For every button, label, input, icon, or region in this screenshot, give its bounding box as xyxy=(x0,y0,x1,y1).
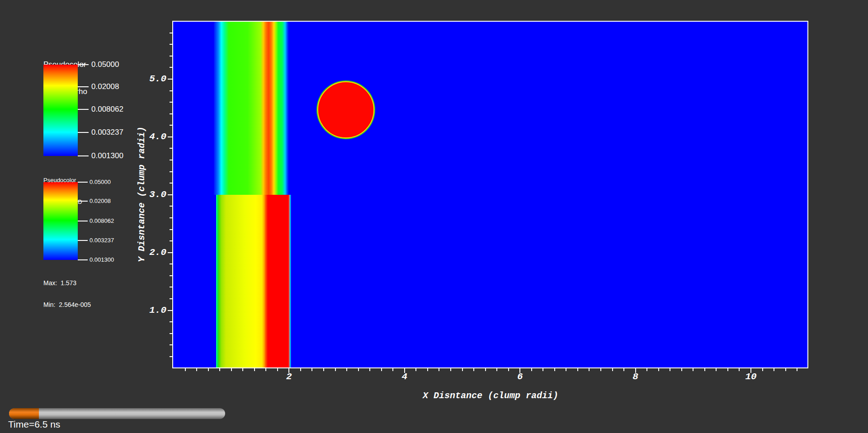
axis-tick xyxy=(170,148,172,149)
axis-tick xyxy=(774,368,774,371)
time-slider-progress xyxy=(9,408,39,419)
axis-tick xyxy=(170,44,172,45)
axis-tick xyxy=(170,356,172,357)
axis-tick xyxy=(208,368,209,371)
axis-tick xyxy=(323,368,324,371)
axis-tick xyxy=(170,102,172,103)
axis-tick xyxy=(168,194,172,195)
axis-tick xyxy=(693,368,693,371)
axis-tick xyxy=(473,368,474,371)
shock-band-upper xyxy=(214,22,289,195)
axis-tick xyxy=(170,264,172,264)
axis-tick xyxy=(704,368,705,371)
colorbar-tick-line xyxy=(78,201,88,202)
axis-tick xyxy=(242,368,243,371)
colorbar-tick-label: 0.02008 xyxy=(91,82,119,91)
axis-tick xyxy=(358,368,359,371)
axis-tick xyxy=(265,368,266,371)
axis-tick xyxy=(612,368,613,371)
axis-tick-value: 1.0 xyxy=(136,305,166,316)
axis-tick xyxy=(170,240,172,241)
axis-tick xyxy=(170,229,172,230)
clump-circle xyxy=(317,81,374,138)
axis-tick xyxy=(462,368,463,371)
axis-tick-value: 6 xyxy=(502,371,538,383)
colorbar-tick-label: 0.001300 xyxy=(90,256,114,263)
axis-tick xyxy=(168,310,172,311)
axis-tick xyxy=(670,368,670,371)
colorbar-tick-line xyxy=(78,155,89,156)
axis-tick xyxy=(681,368,682,371)
axis-tick xyxy=(346,368,347,371)
axis-tick xyxy=(170,333,172,334)
shock-band-lower xyxy=(216,195,291,368)
axis-tick xyxy=(170,298,172,299)
legend2-min-value: Min: 2.564e-005 xyxy=(43,301,91,308)
axis-tick xyxy=(589,368,590,371)
axis-tick xyxy=(170,217,172,218)
colorbar-tick-line xyxy=(78,240,88,241)
axis-tick xyxy=(170,344,172,345)
axis-tick xyxy=(231,368,232,371)
axis-tick xyxy=(170,125,172,126)
axis-tick xyxy=(797,368,797,371)
axis-tick xyxy=(170,321,172,322)
colorbar-tick-label: 0.05000 xyxy=(90,179,111,185)
axis-tick xyxy=(168,79,172,80)
axis-tick xyxy=(254,368,255,371)
colorbar-tick-label: 0.008062 xyxy=(91,105,123,114)
axis-tick-value: 10 xyxy=(733,371,769,383)
axis-tick xyxy=(716,368,717,371)
axis-tick xyxy=(335,368,336,371)
axis-tick-value: 5.0 xyxy=(136,73,166,85)
axis-tick xyxy=(196,368,197,371)
colorbar-hydrot2d xyxy=(43,182,78,260)
axis-tick xyxy=(450,368,451,371)
axis-tick xyxy=(185,368,186,371)
axis-tick xyxy=(170,171,172,172)
colorbar-tick-line xyxy=(78,221,88,221)
axis-tick-value: 8 xyxy=(618,371,654,383)
axis-tick xyxy=(566,368,566,371)
colorbar-tick-line xyxy=(78,182,88,183)
time-label: Time=6.5 ns xyxy=(8,419,60,430)
axis-tick xyxy=(496,368,497,371)
legend2-max-value: Max: 1.573 xyxy=(43,279,91,287)
y-axis-title: Y Disntance (clump radii) xyxy=(137,127,147,262)
axis-tick xyxy=(170,183,172,184)
axis-tick xyxy=(369,368,370,371)
axis-tick xyxy=(170,33,172,33)
axis-tick xyxy=(600,368,601,371)
axis-tick xyxy=(311,368,312,371)
colorbar-tick-line xyxy=(78,109,89,110)
colorbar-tick-label: 0.001300 xyxy=(91,151,123,160)
axis-tick xyxy=(427,368,428,371)
axis-tick xyxy=(168,136,172,137)
axis-tick xyxy=(170,275,172,276)
colorbar-tick-line xyxy=(78,86,89,87)
colorbar-tick-label: 0.02008 xyxy=(90,198,111,204)
colorbar-tick-line xyxy=(78,132,89,133)
axis-tick xyxy=(170,67,172,68)
colorbar-tick-label: 0.003237 xyxy=(91,128,123,137)
axis-tick xyxy=(170,206,172,207)
axis-tick-value: 2 xyxy=(271,371,307,383)
time-slider-track[interactable] xyxy=(9,408,225,419)
visit-viewer-window: { "window": { "background": "#333333", "… xyxy=(0,0,868,433)
axis-tick xyxy=(727,368,728,371)
axis-tick xyxy=(577,368,578,371)
axis-tick xyxy=(170,160,172,160)
axis-tick-value: 4 xyxy=(387,371,423,383)
axis-tick xyxy=(785,368,786,371)
axis-tick xyxy=(658,368,659,371)
axis-tick xyxy=(170,113,172,114)
colorbar-tick-label: 0.05000 xyxy=(91,60,119,69)
axis-tick xyxy=(381,368,382,371)
plot-canvas[interactable] xyxy=(172,21,808,368)
axis-tick xyxy=(542,368,543,371)
colorbar-tick-line xyxy=(78,259,88,260)
axis-tick xyxy=(168,252,172,253)
axis-tick xyxy=(170,90,172,91)
colorbar-tick-label: 0.003237 xyxy=(90,237,114,244)
axis-tick xyxy=(219,368,220,371)
